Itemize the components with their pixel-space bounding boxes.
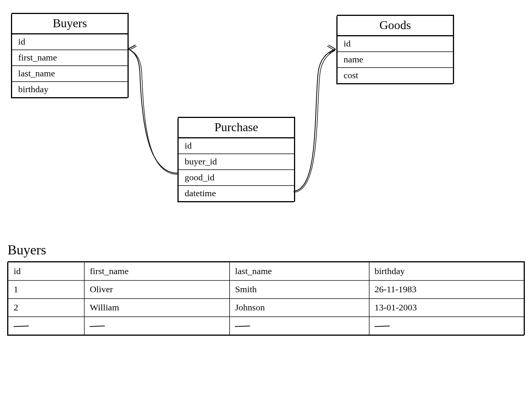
table-cell: 13-01-2003	[369, 299, 524, 317]
entity-goods-title: Goods	[338, 16, 453, 36]
table-row: 1 Oliver Smith 26-11-1983	[8, 281, 524, 299]
entity-buyers-field: first_name	[12, 50, 128, 66]
dash-icon	[375, 326, 390, 327]
table-cell: 1	[8, 281, 84, 299]
table-cell: William	[84, 299, 230, 317]
table-cell: Johnson	[230, 299, 369, 317]
table-cell	[8, 317, 84, 335]
buyers-data-table: id first_name last_name birthday 1 Olive…	[8, 262, 524, 335]
entity-purchase-field: good_id	[179, 170, 294, 186]
table-cell	[84, 317, 230, 335]
entity-goods: Goods id name cost	[337, 15, 454, 84]
table-header: id	[8, 262, 84, 281]
table-cell: Oliver	[84, 281, 230, 299]
table-header: birthday	[369, 262, 524, 281]
table-cell: 26-11-1983	[369, 281, 524, 299]
entity-buyers: Buyers id first_name last_name birthday	[11, 13, 128, 98]
entity-purchase-field: id	[179, 138, 294, 154]
table-cell	[230, 317, 369, 335]
entity-goods-field: cost	[338, 68, 453, 83]
entity-purchase-title: Purchase	[179, 118, 294, 138]
table-header-row: id first_name last_name birthday	[8, 262, 524, 281]
table-row: 2 William Johnson 13-01-2003	[8, 299, 524, 317]
table-header: first_name	[84, 262, 230, 281]
dash-icon	[14, 326, 29, 327]
entity-buyers-title: Buyers	[12, 14, 128, 34]
entity-purchase: Purchase id buyer_id good_id datetime	[178, 117, 295, 202]
table-cell: 2	[8, 299, 84, 317]
entity-goods-field: id	[338, 36, 453, 52]
table-header: last_name	[230, 262, 369, 281]
entity-buyers-field: id	[12, 34, 128, 50]
dash-icon	[90, 326, 105, 327]
entity-purchase-field: datetime	[179, 186, 294, 201]
entity-buyers-field: last_name	[12, 66, 128, 82]
data-table-title: Buyers	[8, 242, 524, 258]
entity-purchase-field: buyer_id	[179, 154, 294, 170]
table-cell: Smith	[230, 281, 369, 299]
table-row	[8, 317, 524, 335]
entity-goods-field: name	[338, 52, 453, 68]
entity-buyers-field: birthday	[12, 82, 128, 97]
dash-icon	[235, 326, 250, 327]
er-diagram-canvas: Buyers id first_name last_name birthday …	[8, 8, 524, 231]
table-cell	[369, 317, 524, 335]
